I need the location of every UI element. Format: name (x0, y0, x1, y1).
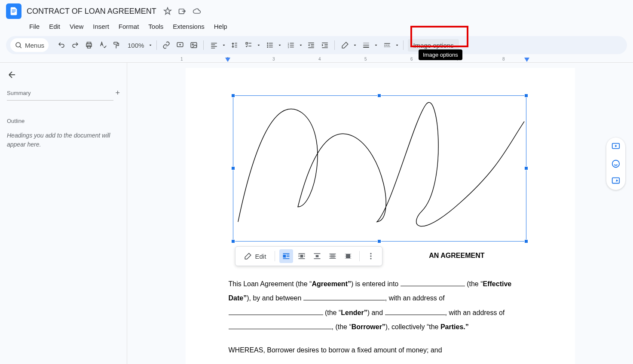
separator (403, 40, 404, 50)
svg-rect-46 (387, 46, 388, 47)
border-weight-dropdown[interactable] (359, 39, 379, 51)
summary-label: Summary (7, 90, 31, 96)
svg-rect-13 (211, 45, 215, 46)
svg-rect-54 (299, 253, 305, 254)
border-color-dropdown[interactable] (338, 39, 358, 51)
behind-text-button[interactable] (326, 249, 339, 263)
zoom-dropdown[interactable]: 100% (124, 42, 153, 49)
svg-rect-67 (330, 258, 336, 259)
wrap-text-button[interactable] (295, 249, 309, 263)
title-row: CONTRACT OF LOAN AGREEMENT (0, 3, 633, 19)
document-canvas[interactable]: Edit AN AGREEMENT This Loan Agreement (t… (127, 63, 633, 364)
horizontal-ruler[interactable]: 1 2 3 4 5 6 7 8 (0, 56, 633, 63)
resize-handle-ml[interactable] (231, 166, 235, 170)
menu-help[interactable]: Help (211, 21, 231, 32)
paragraph-2: WHEREAS, Borrower desires to borrow a fi… (229, 343, 532, 358)
menu-view[interactable]: View (66, 21, 87, 32)
svg-rect-56 (299, 255, 300, 256)
svg-point-19 (267, 45, 269, 46)
align-dropdown[interactable] (207, 39, 226, 51)
decrease-indent-button[interactable] (305, 39, 317, 51)
svg-rect-45 (386, 46, 387, 47)
page[interactable]: Edit AN AGREEMENT This Loan Agreement (t… (186, 68, 575, 364)
selected-image[interactable] (233, 95, 526, 242)
separator (334, 40, 335, 50)
move-icon[interactable] (177, 6, 187, 16)
svg-rect-59 (304, 256, 305, 257)
insert-image-button[interactable] (188, 39, 200, 51)
svg-rect-20 (269, 45, 273, 46)
menu-bar: File Edit View Insert Format Tools Exten… (0, 19, 633, 34)
image-context-toolbar: Edit (235, 246, 383, 266)
outline-label: Outline (7, 118, 120, 124)
svg-point-72 (370, 253, 372, 254)
svg-rect-66 (330, 256, 336, 257)
bullet-list-dropdown[interactable] (263, 39, 282, 51)
front-text-button[interactable] (341, 249, 355, 263)
resize-handle-br[interactable] (524, 239, 528, 243)
svg-rect-58 (299, 256, 300, 257)
suggest-edits-icon[interactable] (611, 176, 621, 186)
increase-indent-button[interactable] (319, 39, 331, 51)
numbered-list-dropdown[interactable]: 123 (284, 39, 303, 51)
indent-marker-right[interactable] (524, 58, 529, 62)
docs-icon[interactable] (6, 3, 21, 19)
svg-rect-32 (309, 47, 315, 48)
border-dash-dropdown[interactable] (380, 39, 400, 51)
svg-rect-28 (290, 47, 294, 48)
svg-rect-41 (385, 45, 386, 46)
emoji-reaction-icon[interactable] (611, 159, 621, 168)
menu-edit[interactable]: Edit (46, 21, 64, 32)
break-text-button[interactable] (310, 249, 324, 263)
resize-handle-tm[interactable] (377, 94, 381, 98)
svg-point-76 (612, 160, 620, 168)
indent-marker-left[interactable] (225, 58, 230, 62)
svg-rect-39 (364, 47, 370, 48)
menu-tools[interactable]: Tools (145, 21, 167, 32)
svg-rect-62 (316, 255, 319, 257)
add-comment-icon[interactable] (611, 142, 621, 151)
svg-rect-49 (283, 253, 290, 254)
separator (359, 251, 360, 261)
redo-button[interactable] (69, 39, 81, 51)
svg-rect-40 (385, 43, 391, 44)
menu-insert[interactable]: Insert (89, 21, 113, 32)
svg-rect-1 (12, 11, 15, 11)
star-icon[interactable] (162, 6, 173, 16)
wrap-inline-button[interactable] (279, 249, 293, 263)
resize-handle-mr[interactable] (524, 166, 528, 170)
paint-format-button[interactable] (110, 39, 122, 51)
spellcheck-button[interactable] (97, 39, 109, 51)
svg-rect-47 (388, 46, 389, 47)
cloud-status-icon[interactable] (192, 6, 202, 16)
svg-rect-53 (283, 258, 290, 259)
menu-file[interactable]: File (26, 21, 43, 32)
more-options-button[interactable] (364, 249, 378, 263)
document-title[interactable]: CONTRACT OF LOAN AGREEMENT (27, 7, 156, 16)
line-spacing-button[interactable] (228, 39, 240, 51)
menus-button[interactable]: Menus (10, 38, 49, 52)
svg-point-74 (370, 258, 372, 259)
checklist-dropdown[interactable] (242, 39, 261, 51)
resize-handle-tl[interactable] (231, 94, 235, 98)
resize-handle-bl[interactable] (231, 239, 235, 243)
menu-format[interactable]: Format (115, 21, 143, 32)
undo-button[interactable] (55, 39, 67, 51)
svg-rect-60 (299, 258, 305, 259)
print-button[interactable] (83, 39, 95, 51)
separator (203, 40, 204, 50)
toolbar: Menus 100% 123 (6, 36, 627, 54)
svg-rect-35 (325, 46, 328, 47)
edit-button[interactable]: Edit (240, 250, 271, 263)
separator (275, 251, 275, 261)
resize-handle-tr[interactable] (524, 94, 528, 98)
svg-rect-29 (309, 43, 315, 43)
svg-rect-30 (311, 44, 315, 45)
insert-link-button[interactable] (160, 39, 172, 51)
resize-handle-bm[interactable] (377, 239, 381, 243)
svg-point-17 (267, 43, 269, 44)
add-summary-button[interactable]: + (115, 89, 120, 98)
insert-comment-button[interactable] (174, 39, 186, 51)
menu-extensions[interactable]: Extensions (169, 21, 208, 32)
close-outline-button[interactable] (7, 70, 17, 80)
